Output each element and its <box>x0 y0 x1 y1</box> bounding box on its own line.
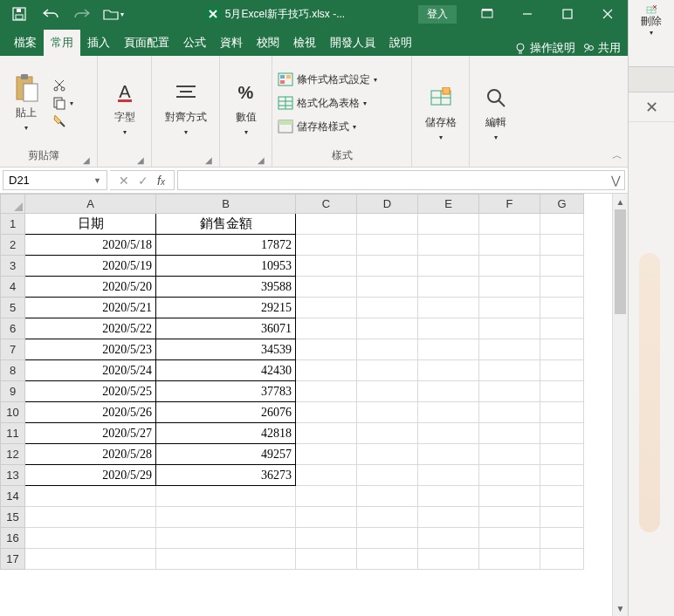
cell-D8[interactable] <box>357 360 418 381</box>
cell-F9[interactable] <box>479 381 540 402</box>
cell-B16[interactable] <box>156 528 296 549</box>
cell-styles-button[interactable]: 儲存格樣式▾ <box>278 120 377 134</box>
row-header-3[interactable]: 3 <box>1 256 25 277</box>
cell-F17[interactable] <box>479 549 540 570</box>
cell-B13[interactable]: 36273 <box>156 465 296 486</box>
share-button[interactable]: 共用 <box>582 40 621 56</box>
cell-G9[interactable] <box>540 381 584 402</box>
cell-D7[interactable] <box>357 339 418 360</box>
cell-B6[interactable]: 36071 <box>156 318 296 339</box>
cell-E12[interactable] <box>418 444 479 465</box>
cell-E7[interactable] <box>418 339 479 360</box>
copy-button[interactable]: ▾ <box>52 96 73 110</box>
row-header-9[interactable]: 9 <box>1 381 25 402</box>
cell-A10[interactable]: 2020/5/26 <box>25 402 156 423</box>
chevron-down-icon[interactable]: ▼ <box>93 176 101 185</box>
tab-review[interactable]: 校閱 <box>250 30 286 56</box>
cell-C7[interactable] <box>296 339 357 360</box>
cell-A5[interactable]: 2020/5/21 <box>25 298 156 318</box>
cell-D2[interactable] <box>357 235 418 256</box>
row-header-5[interactable]: 5 <box>1 298 25 318</box>
cell-E8[interactable] <box>418 360 479 381</box>
tell-me[interactable]: 操作說明 <box>514 40 575 56</box>
cell-E14[interactable] <box>418 486 479 507</box>
cell-G1[interactable] <box>540 214 584 235</box>
cell-G14[interactable] <box>540 486 584 507</box>
row-header-1[interactable]: 1 <box>1 214 25 235</box>
cell-B4[interactable]: 39588 <box>156 277 296 298</box>
tab-page-layout[interactable]: 頁面配置 <box>117 30 176 56</box>
cell-D14[interactable] <box>357 486 418 507</box>
cell-G5[interactable] <box>540 298 584 318</box>
format-painter-button[interactable] <box>52 113 73 127</box>
row-header-10[interactable]: 10 <box>1 402 25 423</box>
alignment-group-button[interactable]: 對齊方式▾ <box>165 79 207 136</box>
cell-C6[interactable] <box>296 318 357 339</box>
cell-G7[interactable] <box>540 339 584 360</box>
cell-G3[interactable] <box>540 256 584 277</box>
cell-A12[interactable]: 2020/5/28 <box>25 444 156 465</box>
cell-C3[interactable] <box>296 256 357 277</box>
cell-A1[interactable]: 日期 <box>25 214 156 235</box>
cell-E17[interactable] <box>418 549 479 570</box>
col-header-G[interactable]: G <box>540 195 584 214</box>
tab-formulas[interactable]: 公式 <box>176 30 213 56</box>
cells-group-button[interactable]: 儲存格▾ <box>420 84 462 141</box>
cell-C10[interactable] <box>296 402 357 423</box>
cell-G4[interactable] <box>540 277 584 298</box>
vertical-scrollbar[interactable]: ▲ ▼ <box>612 194 628 616</box>
number-group-button[interactable]: % 數值▾ <box>225 79 266 136</box>
align-dialog-launcher[interactable]: ◢ <box>203 155 214 165</box>
cell-C1[interactable] <box>296 214 357 235</box>
cell-A9[interactable]: 2020/5/25 <box>25 381 156 402</box>
redo-icon[interactable] <box>70 2 94 26</box>
cell-E5[interactable] <box>418 298 479 318</box>
cell-E3[interactable] <box>418 256 479 277</box>
cell-B7[interactable]: 34539 <box>156 339 296 360</box>
cell-D13[interactable] <box>357 465 418 486</box>
row-header-7[interactable]: 7 <box>1 339 25 360</box>
cell-A7[interactable]: 2020/5/23 <box>25 339 156 360</box>
number-dialog-launcher[interactable]: ◢ <box>256 155 266 165</box>
cell-A3[interactable]: 2020/5/19 <box>25 256 156 277</box>
tab-help[interactable]: 說明 <box>382 30 419 56</box>
row-header-4[interactable]: 4 <box>1 277 25 298</box>
cell-B11[interactable]: 42818 <box>156 423 296 444</box>
cell-F2[interactable] <box>479 235 540 256</box>
row-header-12[interactable]: 12 <box>1 444 25 465</box>
cell-D5[interactable] <box>357 298 418 318</box>
cell-F16[interactable] <box>479 528 540 549</box>
cell-G17[interactable] <box>540 549 584 570</box>
cell-D11[interactable] <box>357 423 418 444</box>
collapse-ribbon-icon[interactable]: ︿ <box>612 148 622 163</box>
cell-A17[interactable] <box>25 549 156 570</box>
cell-B9[interactable]: 37783 <box>156 381 296 402</box>
row-header-14[interactable]: 14 <box>1 486 25 507</box>
cell-A14[interactable] <box>25 486 156 507</box>
cell-E6[interactable] <box>418 318 479 339</box>
row-header-15[interactable]: 15 <box>1 507 25 528</box>
row-header-6[interactable]: 6 <box>1 318 25 339</box>
cell-E16[interactable] <box>418 528 479 549</box>
cut-button[interactable] <box>52 79 73 92</box>
save-icon[interactable] <box>7 2 31 26</box>
close-icon[interactable] <box>588 0 628 28</box>
cell-C14[interactable] <box>296 486 357 507</box>
enter-formula-icon[interactable]: ✓ <box>138 174 148 188</box>
cell-C4[interactable] <box>296 277 357 298</box>
cell-E13[interactable] <box>418 465 479 486</box>
undo-icon[interactable] <box>38 2 63 26</box>
ribbon-options-icon[interactable] <box>467 0 507 28</box>
cell-G6[interactable] <box>540 318 584 339</box>
cell-C16[interactable] <box>296 528 357 549</box>
col-header-A[interactable]: A <box>25 195 156 214</box>
cell-A8[interactable]: 2020/5/24 <box>25 360 156 381</box>
cell-G16[interactable] <box>540 528 584 549</box>
tab-data[interactable]: 資料 <box>213 30 250 56</box>
cell-B15[interactable] <box>156 507 296 528</box>
cell-A11[interactable]: 2020/5/27 <box>25 423 156 444</box>
cell-C12[interactable] <box>296 444 357 465</box>
cell-F13[interactable] <box>479 465 540 486</box>
format-as-table-button[interactable]: 格式化為表格▾ <box>278 96 377 111</box>
row-header-2[interactable]: 2 <box>1 235 25 256</box>
